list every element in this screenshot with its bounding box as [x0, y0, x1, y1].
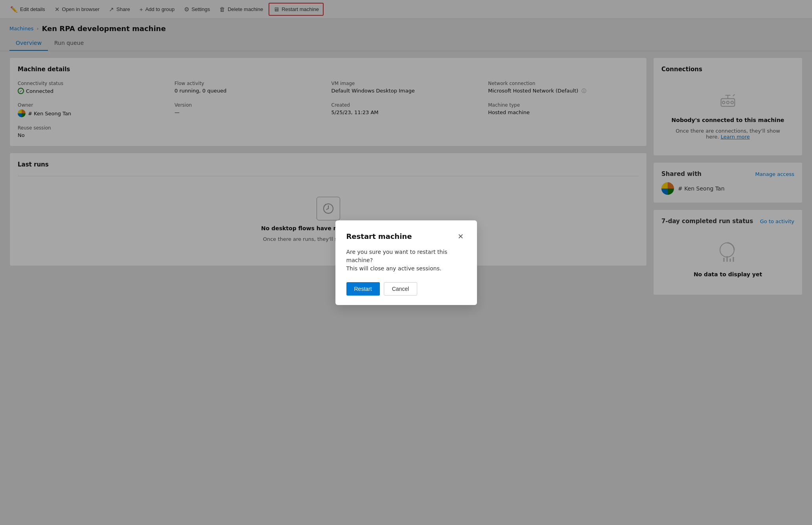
- modal-footer: Restart Cancel: [346, 282, 466, 296]
- restart-modal: Restart machine ✕ Are you sure you want …: [335, 220, 477, 305]
- modal-close-button[interactable]: ✕: [455, 231, 466, 242]
- modal-restart-button[interactable]: Restart: [346, 282, 380, 296]
- modal-title: Restart machine: [346, 232, 412, 240]
- modal-body: Are you sure you want to restart this ma…: [346, 248, 466, 273]
- modal-header: Restart machine ✕: [346, 231, 466, 242]
- modal-overlay: Restart machine ✕ Are you sure you want …: [0, 0, 812, 525]
- modal-cancel-button[interactable]: Cancel: [384, 282, 418, 296]
